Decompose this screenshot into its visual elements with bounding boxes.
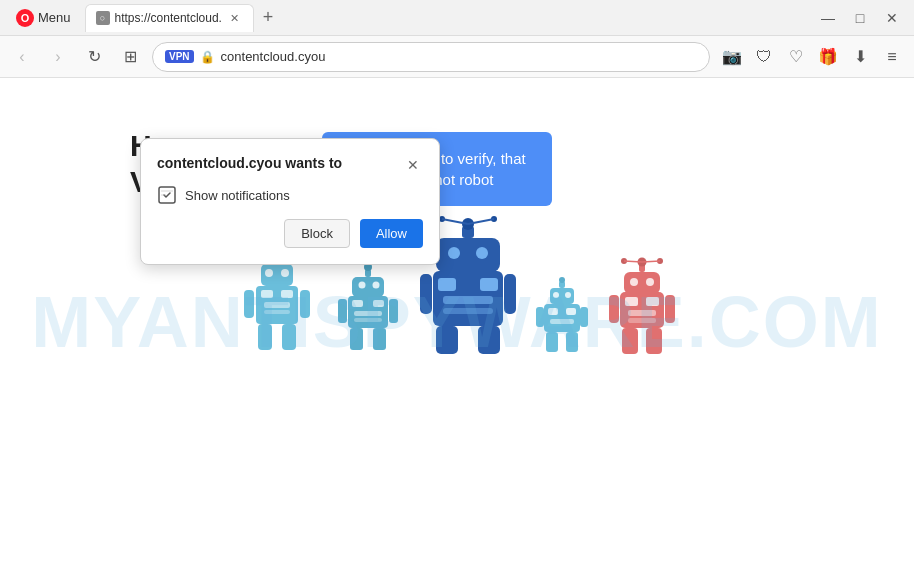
allow-button[interactable]: Allow (360, 219, 423, 248)
svg-rect-32 (443, 296, 493, 304)
svg-rect-13 (258, 324, 272, 350)
gift-icon[interactable]: 🎁 (814, 43, 842, 71)
svg-rect-64 (628, 318, 656, 323)
svg-rect-33 (443, 308, 493, 314)
svg-point-22 (373, 282, 380, 289)
popup-close-button[interactable]: ✕ (403, 155, 423, 175)
svg-point-36 (476, 247, 488, 259)
robots-row (0, 216, 914, 376)
svg-rect-5 (264, 310, 290, 314)
svg-rect-34 (436, 238, 500, 272)
tab-bar: ○ https://contentcloud. ✕ + (85, 4, 808, 32)
popup-header: contentcloud.cyou wants to ✕ (157, 155, 423, 175)
svg-rect-31 (480, 278, 498, 291)
window-controls: — □ ✕ (814, 4, 906, 32)
menu-label: Menu (38, 10, 71, 25)
notification-popup: contentcloud.cyou wants to ✕ Show notifi… (140, 138, 440, 265)
toolbar-icons: 📷 🛡 ♡ 🎁 ⬇ ≡ (718, 43, 906, 71)
svg-rect-77 (646, 328, 662, 354)
popup-row: Show notifications (157, 185, 423, 205)
back-button[interactable]: ‹ (8, 43, 36, 71)
download-icon[interactable]: ⬇ (846, 43, 874, 71)
svg-point-21 (359, 282, 366, 289)
svg-rect-57 (580, 307, 588, 327)
new-tab-button[interactable]: + (254, 4, 282, 32)
tab-url: https://contentcloud. (115, 11, 222, 25)
svg-point-35 (448, 247, 460, 259)
minimize-button[interactable]: — (814, 4, 842, 32)
grid-button[interactable]: ⊞ (116, 43, 144, 71)
forward-button[interactable]: › (44, 43, 72, 71)
svg-point-67 (646, 278, 654, 286)
popup-buttons: Block Allow (157, 219, 423, 248)
maximize-button[interactable]: □ (846, 4, 874, 32)
svg-rect-18 (354, 311, 382, 316)
svg-line-73 (642, 261, 660, 262)
svg-line-72 (624, 261, 642, 262)
close-button[interactable]: ✕ (878, 4, 906, 32)
svg-point-55 (559, 277, 565, 283)
svg-rect-14 (282, 324, 296, 350)
popup-title: contentcloud.cyou wants to (157, 155, 403, 171)
title-bar: O Menu ○ https://contentcloud. ✕ + — □ ✕ (0, 0, 914, 36)
refresh-button[interactable]: ↻ (80, 43, 108, 71)
browser-frame: O Menu ○ https://contentcloud. ✕ + — □ ✕… (0, 0, 914, 566)
svg-rect-4 (264, 302, 290, 308)
svg-point-66 (630, 278, 638, 286)
svg-rect-11 (244, 290, 254, 318)
svg-rect-74 (609, 295, 619, 323)
notification-icon (157, 185, 177, 205)
svg-rect-20 (352, 277, 384, 297)
svg-rect-56 (536, 307, 544, 327)
svg-rect-16 (352, 300, 363, 307)
svg-rect-48 (548, 308, 558, 315)
lock-icon: 🔒 (200, 50, 215, 64)
menu-button[interactable]: O Menu (8, 7, 79, 29)
svg-rect-17 (373, 300, 384, 307)
svg-rect-30 (438, 278, 456, 291)
menu-icon[interactable]: ≡ (878, 43, 906, 71)
heart-icon[interactable]: ♡ (782, 43, 810, 71)
svg-rect-3 (281, 290, 293, 298)
svg-rect-19 (354, 318, 382, 322)
robot-2 (334, 261, 402, 356)
svg-rect-61 (625, 297, 638, 306)
robot-4 (534, 276, 590, 356)
vpn-badge: VPN (165, 50, 194, 63)
svg-rect-26 (389, 299, 398, 323)
svg-rect-2 (261, 290, 273, 298)
svg-point-7 (265, 269, 273, 277)
webpage: MYANTISPYWARE.COM contentcloud.cyou want… (0, 78, 914, 566)
address-bar: ‹ › ↻ ⊞ VPN 🔒 contentcloud.cyou 📷 🛡 ♡ 🎁 … (0, 36, 914, 78)
svg-rect-41 (436, 326, 458, 354)
svg-point-53 (565, 292, 571, 298)
svg-rect-27 (350, 328, 363, 350)
svg-rect-42 (478, 326, 500, 354)
svg-rect-25 (338, 299, 347, 323)
svg-rect-58 (546, 332, 558, 352)
svg-point-8 (281, 269, 289, 277)
svg-rect-50 (550, 319, 574, 324)
svg-point-52 (553, 292, 559, 298)
block-button[interactable]: Block (284, 219, 350, 248)
svg-rect-65 (624, 272, 660, 294)
svg-rect-40 (504, 274, 516, 314)
svg-rect-59 (566, 332, 578, 352)
url-bar[interactable]: VPN 🔒 contentcloud.cyou (152, 42, 710, 72)
svg-rect-76 (622, 328, 638, 354)
svg-rect-75 (665, 295, 675, 323)
tab-close-button[interactable]: ✕ (227, 10, 243, 26)
tab-favicon: ○ (96, 11, 110, 25)
svg-rect-63 (628, 310, 656, 316)
notification-text: Show notifications (185, 188, 290, 203)
robot-5 (606, 256, 678, 356)
url-text: contentcloud.cyou (221, 49, 697, 64)
svg-rect-28 (373, 328, 386, 350)
active-tab[interactable]: ○ https://contentcloud. ✕ (85, 4, 254, 32)
opera-logo: O (16, 9, 34, 27)
shield-icon[interactable]: 🛡 (750, 43, 778, 71)
svg-rect-62 (646, 297, 659, 306)
svg-rect-12 (300, 290, 310, 318)
camera-icon[interactable]: 📷 (718, 43, 746, 71)
svg-rect-49 (566, 308, 576, 315)
